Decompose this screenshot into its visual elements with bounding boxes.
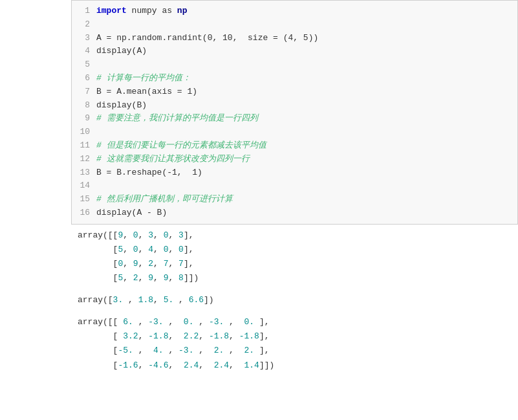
line-number: 8 bbox=[78, 99, 96, 113]
line-content: B = B.reshape(-1, 1) bbox=[96, 166, 511, 180]
line-number: 3 bbox=[78, 32, 96, 45]
cell-input-area[interactable]: 1import numpy as np2 3A = np.random.rand… bbox=[71, 0, 518, 225]
line-content: display(A) bbox=[96, 45, 511, 58]
line-number: 6 bbox=[78, 72, 96, 85]
code-line: 2 bbox=[78, 18, 511, 32]
code-line: 5 bbox=[78, 58, 511, 72]
line-number: 1 bbox=[78, 5, 96, 18]
line-content: # 计算每一行的平均值： bbox=[96, 72, 511, 85]
code-line: 16display(A - B) bbox=[78, 206, 511, 220]
line-content: # 需要注意，我们计算的平均值是一行四列 bbox=[96, 112, 511, 126]
line-content bbox=[96, 18, 511, 32]
code-line: 3A = np.random.randint(0, 10, size = (4,… bbox=[78, 32, 511, 45]
line-content: display(A - B) bbox=[96, 206, 511, 220]
line-content: A = np.random.randint(0, 10, size = (4, … bbox=[96, 32, 511, 45]
code-line: 6# 计算每一行的平均值： bbox=[78, 72, 511, 85]
line-number: 9 bbox=[78, 112, 96, 126]
line-content bbox=[96, 58, 511, 72]
line-content bbox=[96, 126, 511, 139]
input-cell: 1import numpy as np2 3A = np.random.rand… bbox=[0, 0, 518, 225]
cell-prompt bbox=[0, 0, 71, 225]
output-row: array([[9, 0, 3, 0, 3], [5, 0, 4, 0, 0],… bbox=[0, 225, 518, 289]
code-line: 7B = A.mean(axis = 1) bbox=[78, 85, 511, 99]
line-number: 7 bbox=[78, 85, 96, 99]
line-number: 10 bbox=[78, 126, 96, 139]
line-number: 5 bbox=[78, 58, 96, 72]
line-number: 11 bbox=[78, 139, 96, 153]
code-line: 9# 需要注意，我们计算的平均值是一行四列 bbox=[78, 112, 511, 126]
output-prompt bbox=[0, 311, 71, 376]
line-content: # 然后利用广播机制，即可进行计算 bbox=[96, 193, 511, 206]
line-content bbox=[96, 179, 511, 193]
line-number: 14 bbox=[78, 179, 96, 193]
code-line: 15# 然后利用广播机制，即可进行计算 bbox=[78, 193, 511, 206]
code-line: 10 bbox=[78, 126, 511, 139]
line-number: 15 bbox=[78, 193, 96, 206]
line-number: 4 bbox=[78, 45, 96, 58]
code-line: 1import numpy as np bbox=[78, 5, 511, 18]
line-number: 16 bbox=[78, 206, 96, 220]
output-area: array([[9, 0, 3, 0, 3], [5, 0, 4, 0, 0],… bbox=[0, 225, 518, 377]
code-line: 11# 但是我们要让每一行的元素都减去该平均值 bbox=[78, 139, 511, 153]
line-number: 13 bbox=[78, 166, 96, 180]
line-content: # 但是我们要让每一行的元素都减去该平均值 bbox=[96, 139, 511, 153]
line-content: # 这就需要我们让其形状改变为四列一行 bbox=[96, 153, 511, 166]
line-content: B = A.mean(axis = 1) bbox=[96, 85, 511, 99]
line-number: 2 bbox=[78, 18, 96, 32]
line-content: display(B) bbox=[96, 99, 511, 113]
code-line: 4display(A) bbox=[78, 45, 511, 58]
output-content: array([3. , 1.8, 5. , 6.6]) bbox=[71, 289, 518, 311]
code-line: 13B = B.reshape(-1, 1) bbox=[78, 166, 511, 180]
line-number: 12 bbox=[78, 153, 96, 166]
output-prompt bbox=[0, 289, 71, 311]
code-line: 14 bbox=[78, 179, 511, 193]
code-line: 12# 这就需要我们让其形状改变为四列一行 bbox=[78, 153, 511, 166]
code-area: 1import numpy as np2 3A = np.random.rand… bbox=[78, 5, 511, 220]
output-prompt bbox=[0, 225, 71, 289]
output-row: array([[ 6. , -3. , 0. , -3. , 0. ], [ 3… bbox=[0, 311, 518, 376]
output-content: array([[ 6. , -3. , 0. , -3. , 0. ], [ 3… bbox=[71, 311, 518, 376]
output-row: array([3. , 1.8, 5. , 6.6]) bbox=[0, 289, 518, 311]
code-line: 8display(B) bbox=[78, 99, 511, 113]
output-content: array([[9, 0, 3, 0, 3], [5, 0, 4, 0, 0],… bbox=[71, 225, 518, 289]
line-content: import numpy as np bbox=[96, 5, 511, 18]
